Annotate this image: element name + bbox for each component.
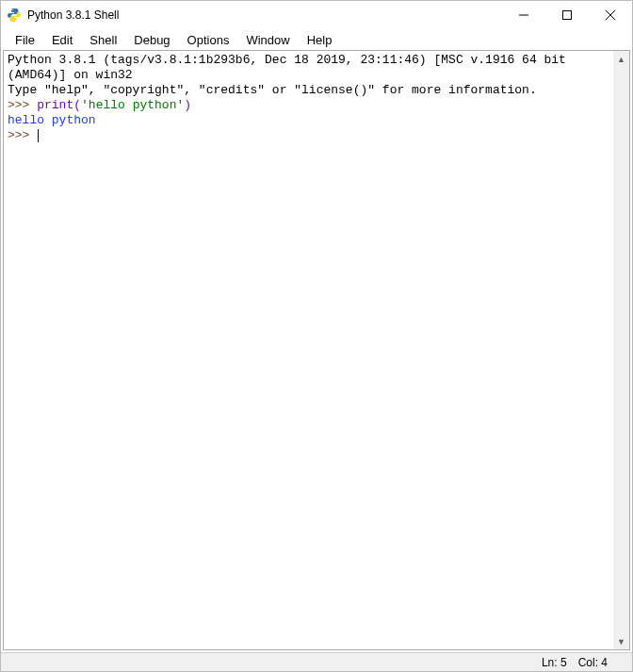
- menu-options[interactable]: Options: [179, 32, 238, 48]
- scroll-down-icon[interactable]: ▼: [613, 633, 629, 649]
- status-bar: Ln: 5 Col: 4: [1, 652, 632, 671]
- window-title: Python 3.8.1 Shell: [27, 8, 502, 22]
- banner-line-2: Type "help", "copyright", "credits" or "…: [8, 83, 537, 97]
- svg-rect-3: [563, 11, 572, 20]
- shell-text[interactable]: Python 3.8.1 (tags/v3.8.1:1b293b6, Dec 1…: [4, 51, 629, 145]
- svg-point-1: [15, 20, 16, 21]
- vertical-scrollbar[interactable]: ▲ ▼: [613, 51, 629, 649]
- minimize-button[interactable]: [502, 1, 545, 29]
- menu-help[interactable]: Help: [299, 32, 341, 48]
- status-line: Ln: 5: [536, 656, 573, 669]
- output-line: hello python: [8, 113, 96, 127]
- status-col: Col: 4: [573, 656, 613, 669]
- code-arg: 'hello python': [81, 98, 184, 112]
- code-open: (: [73, 98, 81, 112]
- menu-edit[interactable]: Edit: [43, 32, 81, 48]
- prompt: >>>: [8, 128, 37, 142]
- menu-window[interactable]: Window: [237, 32, 298, 48]
- code-fn: print: [37, 98, 73, 112]
- banner-line-1: Python 3.8.1 (tags/v3.8.1:1b293b6, Dec 1…: [8, 53, 574, 82]
- shell-content[interactable]: Python 3.8.1 (tags/v3.8.1:1b293b6, Dec 1…: [3, 50, 630, 650]
- menu-bar: File Edit Shell Debug Options Window Hel…: [1, 29, 632, 50]
- svg-point-0: [11, 9, 12, 10]
- maximize-button[interactable]: [545, 1, 589, 29]
- menu-debug[interactable]: Debug: [125, 32, 178, 48]
- code-close: ): [184, 98, 191, 112]
- close-button[interactable]: [589, 1, 632, 29]
- prompt: >>>: [8, 98, 37, 112]
- menu-file[interactable]: File: [7, 32, 43, 48]
- python-icon: [7, 8, 22, 23]
- window-controls: [502, 1, 632, 29]
- scroll-up-icon[interactable]: ▲: [613, 51, 629, 67]
- menu-shell[interactable]: Shell: [81, 32, 125, 48]
- title-bar: Python 3.8.1 Shell: [1, 1, 632, 29]
- text-cursor: [38, 129, 39, 142]
- scroll-track[interactable]: [613, 67, 629, 633]
